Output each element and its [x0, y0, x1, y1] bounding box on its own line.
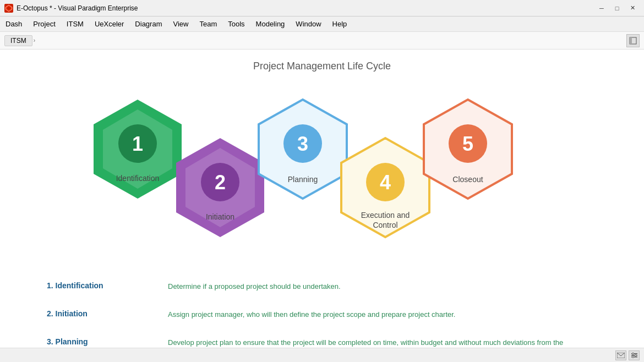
panel-toggle-icon: [629, 37, 637, 45]
svg-point-33: [635, 354, 636, 356]
breadcrumb-separator: ›: [34, 37, 35, 43]
desc-text-2: Assign project manager, who will then de…: [168, 309, 455, 321]
svg-text:2: 2: [215, 171, 226, 194]
menu-team[interactable]: Team: [194, 17, 222, 31]
maximize-button[interactable]: □: [610, 3, 624, 14]
hex-execution[interactable]: 4 Execution and Control: [341, 138, 429, 237]
menu-help[interactable]: Help: [327, 17, 353, 31]
breadcrumb: ITSM ›: [4, 35, 35, 46]
config-icon: [631, 352, 638, 359]
svg-text:Initiation: Initiation: [206, 212, 234, 221]
menu-view[interactable]: View: [167, 17, 194, 31]
close-button[interactable]: ✕: [625, 3, 640, 14]
menu-modeling[interactable]: Modeling: [250, 17, 291, 31]
hex-closeout[interactable]: 5 Closeout: [424, 100, 512, 199]
status-bar: [0, 348, 644, 362]
svg-text:Closeout: Closeout: [452, 175, 483, 184]
desc-item-identification: 1. Identification Determine if a propose…: [47, 281, 597, 293]
main-area: Project Management Life Cycle 1 Identifi…: [0, 50, 644, 348]
desc-label-2: 2. Initiation: [47, 309, 157, 318]
menu-uexceler[interactable]: UeXceler: [89, 17, 129, 31]
app-icon: [4, 4, 13, 13]
mail-icon: [617, 353, 625, 358]
desc-label-1: 1. Identification: [47, 281, 157, 290]
svg-point-34: [632, 356, 634, 358]
lifecycle-diagram: 1 Identification 2 Initiation 3 Plannin: [74, 94, 570, 254]
menu-project[interactable]: Project: [28, 17, 61, 31]
menu-window[interactable]: Window: [290, 17, 326, 31]
svg-text:3: 3: [297, 133, 308, 155]
menu-bar: Dash Project ITSM UeXceler Diagram View …: [0, 17, 644, 32]
breadcrumb-itsm[interactable]: ITSM: [4, 35, 32, 46]
svg-text:5: 5: [462, 133, 473, 155]
description-list: 1. Identification Determine if a propose…: [47, 281, 597, 348]
title-bar-text: E-Octopus * - Visual Paradigm Enterprise: [17, 4, 138, 12]
desc-label-3: 3. Planning: [47, 337, 157, 346]
svg-text:4: 4: [380, 171, 391, 194]
svg-text:Control: Control: [373, 221, 397, 229]
content-scroll[interactable]: Project Management Life Cycle 1 Identifi…: [0, 50, 644, 348]
desc-item-planning: 3. Planning Develop project plan to ensu…: [47, 337, 597, 348]
toolbar: ITSM ›: [0, 32, 644, 50]
menu-tools[interactable]: Tools: [222, 17, 250, 31]
hex-initiation[interactable]: 2 Initiation: [176, 138, 264, 237]
desc-text-3: Develop project plan to ensure that the …: [168, 337, 597, 348]
minimize-button[interactable]: ─: [594, 3, 609, 14]
settings-icon[interactable]: [629, 350, 640, 360]
svg-rect-4: [630, 37, 632, 44]
desc-item-initiation: 2. Initiation Assign project manager, wh…: [47, 309, 597, 321]
desc-text-1: Determine if a proposed project should b…: [168, 281, 341, 293]
menu-dash[interactable]: Dash: [0, 17, 28, 31]
hex-diagram: 1 Identification 2 Initiation 3 Plannin: [22, 89, 622, 259]
message-icon[interactable]: [615, 350, 626, 360]
svg-text:1: 1: [132, 133, 143, 155]
svg-point-32: [632, 353, 634, 354]
menu-diagram[interactable]: Diagram: [129, 17, 167, 31]
hex-planning[interactable]: 3 Planning: [259, 100, 347, 199]
page-title: Project Management Life Cycle: [22, 61, 622, 72]
menu-itsm[interactable]: ITSM: [61, 17, 89, 31]
svg-text:Identification: Identification: [116, 174, 160, 183]
svg-text:Planning: Planning: [288, 175, 318, 184]
toolbar-panel-icon[interactable]: [626, 34, 640, 47]
hex-identification[interactable]: 1 Identification: [94, 100, 182, 199]
window-controls[interactable]: ─ □ ✕: [594, 3, 640, 14]
title-bar: E-Octopus * - Visual Paradigm Enterprise…: [0, 0, 644, 17]
svg-text:Execution and: Execution and: [361, 211, 410, 220]
